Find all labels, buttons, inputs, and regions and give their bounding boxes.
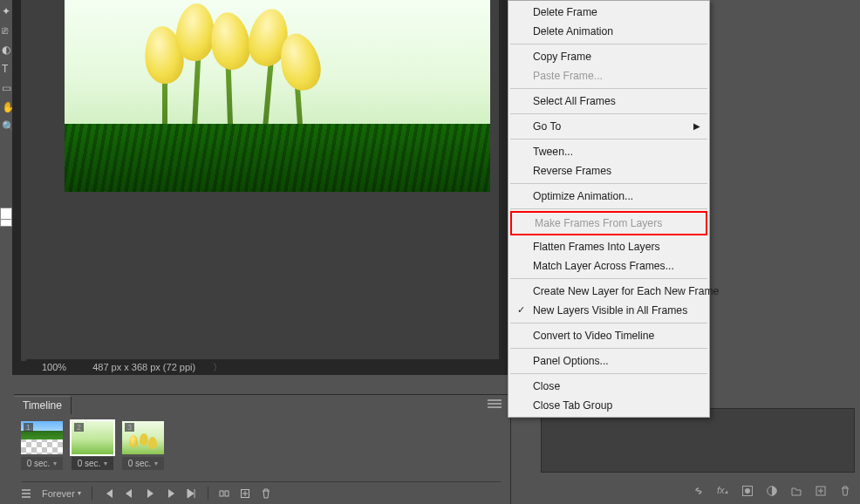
menu-optimize-animation[interactable]: Optimize Animation... [508,187,709,206]
menu-paste-frame: Paste Frame... [508,66,709,85]
frame-delay[interactable]: 0 sec. ▾ [122,457,164,470]
checkmark-icon: ✓ [517,304,525,316]
timeline-controls: Forever ▾ [21,481,501,501]
tool-slot[interactable]: ⎚ [2,24,10,33]
document-image[interactable] [65,0,490,192]
timeline-panel: Timeline 1 0 sec. ▾ 2 0 sec. ▾ 3 0 sec. [14,394,508,504]
panel-body [541,408,855,473]
menu-convert-to-video-timeline[interactable]: Convert to Video Timeline [508,326,709,345]
adjustment-icon[interactable] [766,485,778,497]
menu-separator [510,44,707,44]
mask-icon[interactable] [741,485,754,497]
loop-options-icon[interactable] [21,488,31,499]
canvas-area: 100% 487 px x 368 px (72 ppi) 〉 [12,0,508,375]
tool-slot[interactable]: ✦ [2,5,10,14]
menu-separator [510,323,707,324]
submenu-arrow-icon: ▶ [693,121,700,131]
menu-close[interactable]: Close [508,377,709,396]
tool-slot[interactable]: ▭ [2,82,10,91]
tool-slot[interactable]: ✋ [2,101,10,110]
menu-separator [510,348,707,349]
color-swatches[interactable] [0,208,12,230]
menu-delete-animation[interactable]: Delete Animation [508,22,709,41]
menu-separator [510,278,707,279]
layer-panel-controls: fx▴ [693,485,851,497]
menu-select-all-frames[interactable]: Select All Frames [508,92,709,111]
menu-new-layers-visible[interactable]: ✓ New Layers Visible in All Frames [508,301,709,320]
chevron-down-icon: ▾ [104,460,107,467]
menu-separator [510,139,707,140]
frame-thumb[interactable]: 1 0 sec. ▾ [21,421,63,470]
tool-slot[interactable]: T [2,63,10,72]
new-frame-icon[interactable] [240,488,250,499]
chevron-down-icon: ▾ [154,460,158,467]
highlight-annotation: Make Frames From Layers [510,211,707,235]
canvas-background [21,0,499,361]
frame-delay[interactable]: 0 sec. ▾ [21,457,63,470]
menu-separator [510,183,707,184]
menu-make-frames-from-layers[interactable]: Make Frames From Layers [512,214,706,233]
trash-icon[interactable] [839,485,851,497]
timeline-context-menu: Delete Frame Delete Animation Copy Frame… [508,0,710,418]
next-frame-icon[interactable] [166,488,176,499]
menu-match-layer-across-frames[interactable]: Match Layer Across Frames... [508,256,709,276]
tween-icon[interactable] [219,488,229,499]
prev-frame-icon[interactable] [124,488,134,499]
menu-delete-frame[interactable]: Delete Frame [508,3,709,22]
chevron-down-icon: ▾ [53,460,57,467]
frame-thumb[interactable]: 2 0 sec. ▾ [72,421,113,470]
play-icon[interactable] [145,488,155,499]
chevron-down-icon: ▾ [78,489,81,497]
menu-panel-options[interactable]: Panel Options... [508,351,709,371]
menu-separator [510,88,707,89]
canvas-status-bar: 100% 487 px x 368 px (72 ppi) 〉 [26,359,508,375]
frame-number: 3 [125,423,134,432]
frame-number: 2 [74,423,84,432]
document-dimensions: 487 px x 368 px (72 ppi) [92,362,195,372]
menu-tween[interactable]: Tween... [508,142,709,161]
fx-icon[interactable]: fx▴ [717,485,729,497]
menu-separator [510,113,707,114]
menu-copy-frame[interactable]: Copy Frame [508,47,709,66]
last-frame-icon[interactable] [187,488,197,499]
tool-slot[interactable]: 🔍 [2,120,10,129]
chevron-right-icon[interactable]: 〉 [213,361,222,374]
menu-close-tab-group[interactable]: Close Tab Group [508,396,709,415]
svg-rect-1 [225,491,229,496]
menu-go-to[interactable]: Go To ▶ [508,117,709,136]
new-layer-icon[interactable] [815,485,827,497]
group-icon[interactable] [790,485,802,497]
first-frame-icon[interactable] [103,488,113,499]
menu-flatten-frames-into-layers[interactable]: Flatten Frames Into Layers [508,237,709,256]
svg-point-4 [745,488,750,494]
menu-create-new-layer-each-frame[interactable]: Create New Layer for Each New Frame [508,282,709,301]
menu-separator [510,373,707,374]
trash-icon[interactable] [261,488,271,499]
zoom-level[interactable]: 100% [42,362,66,372]
timeline-tab[interactable]: Timeline [14,395,72,414]
loop-dropdown[interactable]: Forever ▾ [42,488,81,499]
menu-reverse-frames[interactable]: Reverse Frames [508,161,709,180]
panel-menu-icon[interactable] [487,398,502,410]
link-icon[interactable] [693,485,705,497]
tool-slot[interactable]: ◐ [2,44,10,52]
frame-strip: 1 0 sec. ▾ 2 0 sec. ▾ 3 0 sec. ▾ [21,421,164,470]
frame-delay[interactable]: 0 sec. ▾ [72,457,113,470]
frame-number: 1 [24,423,33,432]
frame-thumb[interactable]: 3 0 sec. ▾ [122,421,164,470]
timeline-tab-label[interactable]: Timeline [14,396,72,414]
svg-rect-0 [220,491,223,496]
menu-separator [510,208,707,209]
